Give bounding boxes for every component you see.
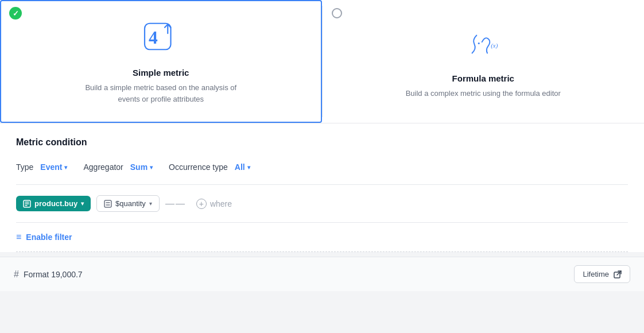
formula-metric-title: Formula metric xyxy=(452,73,514,83)
simple-metric-icon: 4 xyxy=(141,18,181,59)
type-chevron-icon: ▾ xyxy=(64,164,67,171)
svg-rect-9 xyxy=(104,200,111,207)
where-plus-icon: + xyxy=(196,199,207,209)
metric-condition-title: Metric condition xyxy=(16,137,628,148)
dash-separator: —— xyxy=(165,199,186,209)
svg-text:(x): (x) xyxy=(491,42,498,49)
event-icon xyxy=(23,200,31,208)
aggregator-dropdown[interactable]: Sum ▾ xyxy=(128,161,155,173)
metric-condition-section: Metric condition Type Event ▾ Aggregator… xyxy=(0,123,644,252)
where-button[interactable]: + where xyxy=(192,196,236,211)
event-name: product.buy xyxy=(34,199,77,208)
hash-icon: # xyxy=(14,269,19,280)
property-icon xyxy=(104,200,112,208)
event-chevron-icon: ▾ xyxy=(81,200,84,207)
format-value: Format 19,000.7 xyxy=(24,270,83,279)
enable-filter-row[interactable]: ≡ Enable filter xyxy=(16,223,628,252)
format-section: # Format 19,000.7 xyxy=(14,269,83,280)
svg-text:4: 4 xyxy=(149,28,158,48)
simple-metric-desc: Build a simple metric based on the analy… xyxy=(80,82,241,104)
footer-bar: # Format 19,000.7 Lifetime xyxy=(0,257,644,291)
property-name: $quantity xyxy=(115,199,146,208)
formula-metric-desc: Build a complex metric using the formula… xyxy=(406,88,561,99)
type-dropdown[interactable]: Event ▾ xyxy=(38,161,69,173)
property-badge[interactable]: $quantity ▾ xyxy=(96,195,160,212)
condition-controls-row: Type Event ▾ Aggregator Sum ▾ Occurrence… xyxy=(16,161,628,185)
event-badge[interactable]: product.buy ▾ xyxy=(16,196,91,211)
formula-metric-card[interactable]: (x) Formula metric Build a complex metri… xyxy=(323,0,645,123)
filter-icon: ≡ xyxy=(16,232,21,242)
occurrence-dropdown[interactable]: All ▾ xyxy=(232,161,253,173)
selected-check-icon xyxy=(9,7,22,20)
event-row: product.buy ▾ $quantity ▾ —— + where xyxy=(16,185,628,223)
simple-metric-card[interactable]: 4 Simple metric Build a simple metric ba… xyxy=(0,0,322,123)
enable-filter-label: Enable filter xyxy=(26,233,72,242)
where-label: where xyxy=(210,199,232,208)
occurrence-label: Occurrence type xyxy=(169,162,228,172)
occurrence-chevron-icon: ▾ xyxy=(247,164,250,171)
formula-metric-icon: (x) xyxy=(463,24,503,64)
svg-point-4 xyxy=(478,42,479,44)
lifetime-label: Lifetime xyxy=(583,270,609,278)
external-link-icon xyxy=(614,270,622,278)
aggregator-label: Aggregator xyxy=(83,162,123,172)
radio-circle-icon xyxy=(332,8,342,18)
lifetime-button[interactable]: Lifetime xyxy=(574,265,630,283)
type-label: Type xyxy=(16,162,33,172)
simple-metric-title: Simple metric xyxy=(133,68,189,78)
property-chevron-icon: ▾ xyxy=(149,200,152,207)
svg-line-13 xyxy=(617,271,621,275)
aggregator-chevron-icon: ▾ xyxy=(150,164,153,171)
